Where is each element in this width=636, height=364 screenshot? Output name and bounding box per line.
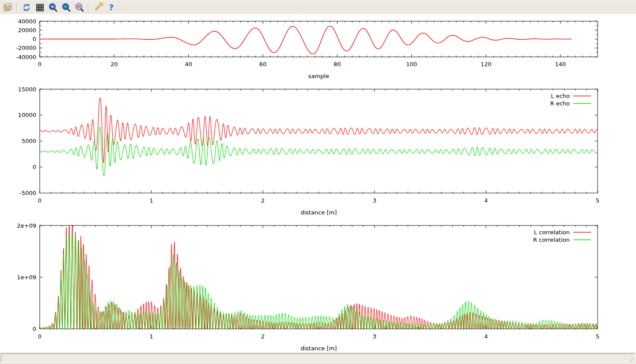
- y-tick-label: 5000: [22, 138, 36, 144]
- series-line-signal: [40, 26, 572, 54]
- x-tick-label: 120: [481, 61, 492, 68]
- series-line-l-echo: [40, 98, 598, 163]
- copy-to-clipboard-button[interactable]: [2, 1, 14, 14]
- x-tick-label: 4: [484, 333, 488, 340]
- wrench-icon: [93, 3, 103, 12]
- grid-icon: [35, 3, 45, 12]
- x-tick-label: 80: [333, 61, 341, 68]
- y-tick-label: 40000: [18, 18, 36, 25]
- zoom-previous-button[interactable]: [47, 1, 59, 14]
- toggle-grid-button[interactable]: [34, 1, 46, 14]
- x-tick-label: 100: [406, 61, 417, 68]
- y-tick-label: 15000: [18, 86, 36, 93]
- x-tick-label: 20: [110, 61, 118, 68]
- status-message: [1, 353, 635, 362]
- toolbar-separator: [88, 3, 90, 12]
- x-tick-label: 3: [373, 197, 376, 204]
- svg-text:?: ?: [109, 3, 114, 12]
- refresh-icon: [22, 3, 31, 12]
- replot-button[interactable]: [20, 1, 33, 14]
- plot-area-3: 0123452e+091e+090distance [m]L correlati…: [17, 222, 599, 352]
- gnuplot-window: { "window": {"bg": "#ece9e2", "canvas_bg…: [0, 0, 636, 364]
- status-bar: [0, 353, 636, 364]
- x-tick-label: 60: [259, 61, 267, 68]
- y-tick-label: -20000: [16, 45, 36, 51]
- x-tick-label: 3: [373, 333, 376, 340]
- y-tick-label: 2e+09: [17, 222, 36, 229]
- plot-frame: [40, 89, 598, 193]
- x-tick-label: 0: [38, 61, 42, 68]
- plot-canvas[interactable]: 02040608010012014040000200000-20000-4000…: [0, 14, 636, 352]
- x-tick-label: 140: [555, 61, 566, 68]
- y-tick-label: 0: [33, 326, 36, 332]
- legend-label: L correlation: [534, 229, 570, 236]
- y-tick-label: 20000: [18, 27, 36, 34]
- question-mark-icon: ?: [106, 3, 116, 12]
- zoom-next-button[interactable]: [60, 1, 72, 14]
- y-tick-label: -40000: [16, 54, 36, 60]
- plot-area-1: 02040608010012014040000200000-20000-4000…: [16, 18, 598, 80]
- magnifier-forward-icon: [61, 3, 71, 12]
- series-line-r-correlation: [40, 233, 598, 329]
- legend-label: R correlation: [533, 236, 570, 243]
- plots-svg: 02040608010012014040000200000-20000-4000…: [0, 14, 636, 352]
- toolbar: ?: [0, 0, 636, 14]
- x-tick-label: 1: [149, 333, 153, 340]
- resize-grip-icon[interactable]: [628, 356, 635, 363]
- magnifier-back-icon: [48, 3, 58, 12]
- x-tick-label: 5: [596, 333, 599, 340]
- x-axis-label: sample: [308, 73, 329, 79]
- y-tick-label: 1e+09: [17, 274, 36, 281]
- y-tick-label: 0: [33, 36, 36, 42]
- y-tick-label: -5000: [19, 190, 36, 196]
- x-tick-label: 0: [38, 333, 42, 340]
- x-tick-label: 0: [38, 197, 42, 204]
- x-tick-label: 1: [149, 197, 153, 204]
- x-tick-label: 2: [261, 197, 265, 204]
- x-tick-label: 4: [484, 197, 488, 204]
- legend-label: R echo: [550, 100, 570, 107]
- configure-button[interactable]: [92, 1, 104, 14]
- x-tick-label: 40: [185, 61, 193, 68]
- series-line-l-correlation: [40, 225, 598, 329]
- x-axis-label: distance [m]: [300, 209, 337, 216]
- x-tick-label: 5: [596, 197, 599, 204]
- autoscale-button[interactable]: [73, 1, 86, 14]
- legend-label: L echo: [551, 93, 570, 99]
- x-axis-label: distance [m]: [300, 345, 337, 352]
- toolbar-separator: [16, 3, 18, 12]
- series-line-r-echo: [40, 127, 598, 176]
- help-button[interactable]: ?: [105, 1, 117, 14]
- y-tick-label: 0: [33, 164, 36, 170]
- magnifier-plot-icon: [75, 3, 84, 12]
- y-tick-label: 10000: [18, 112, 36, 118]
- plot-area-2: 012345150001000050000-5000distance [m]L …: [18, 86, 600, 216]
- clipboard-chart-icon: [3, 3, 13, 12]
- x-tick-label: 2: [261, 333, 265, 340]
